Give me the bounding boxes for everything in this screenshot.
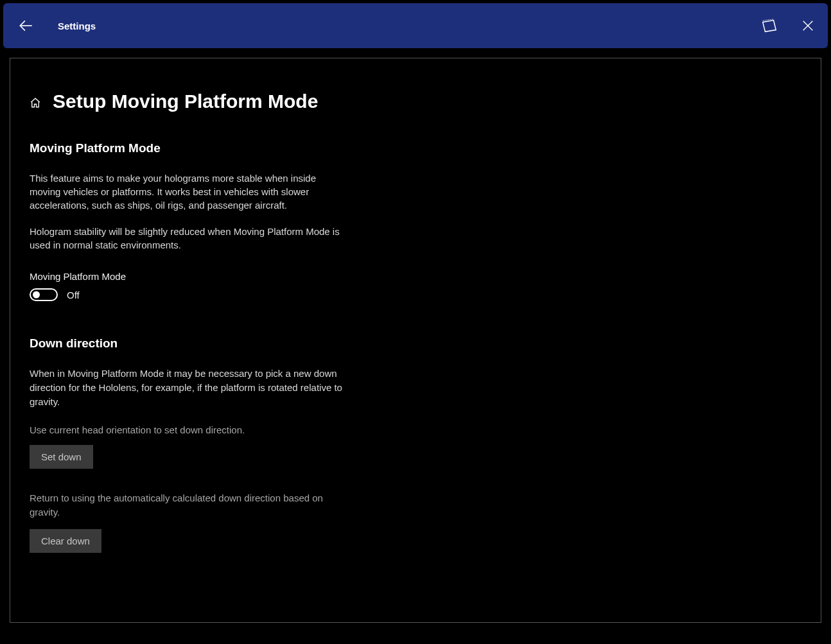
home-icon (30, 97, 41, 109)
close-button[interactable] (801, 19, 815, 33)
mpm-description-2: Hologram stability will be slightly redu… (30, 225, 344, 252)
window-follow-button[interactable] (760, 18, 778, 33)
clear-down-button[interactable]: Clear down (30, 529, 101, 553)
toggle-state-label: Off (67, 290, 80, 300)
down-description: When in Moving Platform Mode it may be n… (30, 367, 344, 408)
page-title-row: Setup Moving Platform Mode (30, 91, 801, 112)
close-icon (801, 19, 815, 33)
follow-window-icon (760, 18, 778, 33)
toggle-knob (33, 292, 40, 299)
set-down-hint: Use current head orientation to set down… (30, 424, 801, 435)
home-button[interactable] (30, 97, 41, 109)
set-down-button[interactable]: Set down (30, 445, 93, 469)
toggle-label: Moving Platform Mode (30, 271, 801, 282)
arrow-left-icon (17, 17, 34, 34)
mpm-toggle[interactable] (30, 288, 58, 301)
toggle-row: Off (30, 288, 801, 301)
toggle-section: Moving Platform Mode Off (30, 271, 801, 301)
clear-down-hint: Return to using the automatically calcul… (30, 491, 344, 519)
section-heading-mpm: Moving Platform Mode (30, 141, 801, 155)
mpm-description-1: This feature aims to make your holograms… (30, 171, 344, 212)
header-bar: Settings (3, 3, 828, 48)
content-panel: Setup Moving Platform Mode Moving Platfo… (10, 58, 821, 623)
section-heading-down: Down direction (30, 336, 801, 351)
back-button[interactable] (16, 16, 35, 35)
page-title: Setup Moving Platform Mode (53, 91, 318, 112)
header-title: Settings (58, 21, 96, 31)
